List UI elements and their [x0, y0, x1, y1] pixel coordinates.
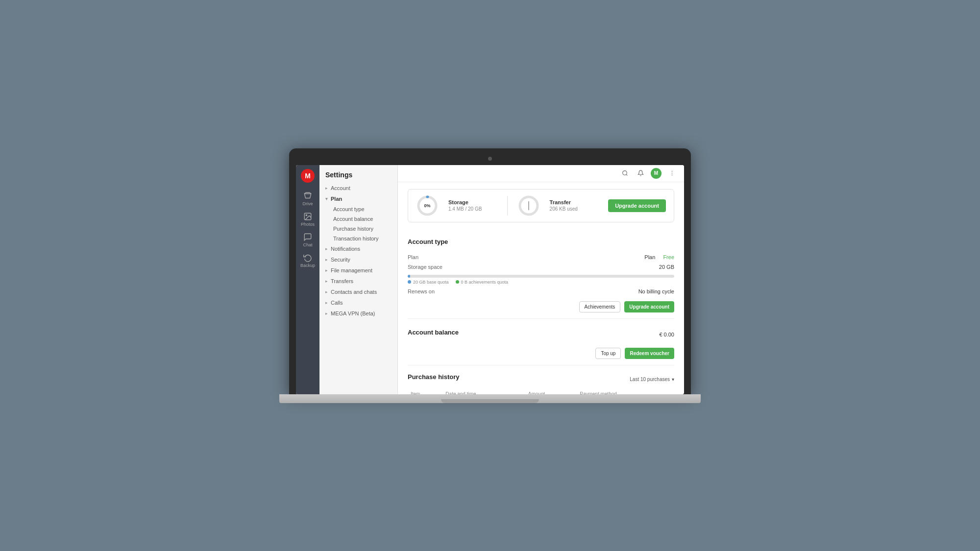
legend-achievements-label: 0 B achievements quota [461, 280, 509, 285]
storage-transfer-divider [507, 196, 508, 216]
search-icon-btn[interactable] [619, 168, 630, 179]
plan-label: Plan [408, 254, 418, 260]
nav-sub-account-balance[interactable]: Account balance [319, 214, 397, 224]
storage-donut: 0% [416, 194, 439, 217]
plan-badge: Free [663, 254, 674, 260]
nav-sub-account-type[interactable]: Account type [319, 204, 397, 214]
chevron-right-icon6: ▸ [325, 289, 328, 294]
more-options-icon[interactable] [666, 168, 677, 179]
transfer-title: Transfer [550, 199, 599, 205]
laptop-base [279, 394, 701, 403]
laptop-frame: M Drive Photos [279, 148, 701, 403]
storage-title: Storage [448, 199, 497, 205]
balance-value: € 0.00 [659, 332, 674, 337]
backup-icon [303, 253, 312, 262]
storage-percent-label: 0% [424, 203, 430, 208]
purchase-filter-dropdown[interactable]: Last 10 purchases ▾ [630, 377, 674, 382]
storage-space-value: 20 GB [659, 264, 674, 270]
nav-item-account[interactable]: ▸ Account [319, 183, 397, 193]
nav-sub-purchase-history[interactable]: Purchase history [319, 224, 397, 234]
drive-icon [303, 192, 312, 200]
nav-sidebar: Settings ▸ Account ▾ Plan Account type A… [319, 165, 398, 394]
purchase-history-header: Purchase history Last 10 purchases ▾ [408, 373, 674, 385]
sidebar-item-drive[interactable]: Drive [296, 189, 319, 209]
nav-item-transfers[interactable]: ▸ Transfers [319, 276, 397, 287]
legend-dot-base [408, 280, 411, 284]
drive-label: Drive [302, 201, 313, 206]
topup-button[interactable]: Top up [595, 348, 621, 359]
purchase-table: Item Date and time Amount Payment method [408, 389, 674, 394]
renews-row: Renews on No billing cycle [408, 287, 674, 296]
chevron-down-icon: ▾ [325, 196, 328, 201]
purchase-table-header-row: Item Date and time Amount Payment method [408, 389, 674, 394]
sidebar-item-photos[interactable]: Photos [296, 209, 319, 230]
account-type-header-row: Account type [408, 236, 674, 252]
notification-icon-btn[interactable] [635, 168, 646, 179]
photos-icon [303, 212, 312, 221]
legend-dot-achievements [456, 280, 459, 284]
redeem-voucher-button[interactable]: Redeem voucher [625, 348, 674, 359]
svg-point-2 [622, 171, 627, 175]
storage-space-label: Storage space [408, 264, 442, 270]
transfer-donut-svg [517, 194, 540, 217]
transfer-unit-label: used [567, 206, 578, 212]
storage-card: 0% Storage 1.4 MB / 20 GB [408, 189, 674, 222]
account-type-heading: Account type [408, 238, 448, 245]
logo[interactable]: M [301, 169, 315, 183]
storage-progress-bg [408, 275, 674, 278]
legend-achievements-quota: 0 B achievements quota [456, 280, 509, 285]
nav-item-mega-vpn[interactable]: ▸ MEGA VPN (Beta) [319, 308, 397, 319]
purchase-history-heading: Purchase history [408, 373, 460, 381]
nav-mega-vpn-label: MEGA VPN (Beta) [331, 311, 375, 316]
svg-point-4 [671, 171, 672, 172]
balance-header-row: Account balance € 0.00 [408, 327, 674, 343]
nav-contacts-chats-label: Contacts and chats [331, 289, 377, 295]
purchase-filter-label: Last 10 purchases [630, 377, 670, 382]
storage-progress-fill [408, 275, 410, 278]
legend-base-quota: 20 GB base quota [408, 280, 449, 285]
transfer-detail: 206 KB used [550, 206, 599, 212]
storage-used: 1.4 MB [448, 206, 464, 212]
camera [488, 157, 492, 161]
col-amount: Amount [525, 389, 577, 394]
chevron-right-icon7: ▸ [325, 300, 328, 305]
user-avatar[interactable]: M [651, 168, 662, 179]
purchase-history-section: Purchase history Last 10 purchases ▾ Ite… [408, 367, 674, 394]
sidebar-item-chat[interactable]: Chat [296, 230, 319, 250]
plan-value: Plan [644, 254, 655, 260]
col-payment: Payment method [577, 389, 674, 394]
upgrade-account-button-2[interactable]: Upgrade account [624, 301, 674, 312]
transfer-info: Transfer 206 KB used [550, 199, 599, 212]
chevron-right-icon5: ▸ [325, 279, 328, 284]
account-balance-heading: Account balance [408, 329, 459, 336]
account-balance-section: Account balance € 0.00 Top up Redeem vou… [408, 321, 674, 365]
chevron-right-icon2: ▸ [325, 246, 328, 251]
nav-item-security[interactable]: ▸ Security [319, 254, 397, 265]
svg-point-5 [671, 173, 672, 174]
nav-calls-label: Calls [331, 300, 343, 306]
laptop-screen: M Drive Photos [296, 165, 684, 394]
backup-label: Backup [300, 263, 315, 268]
upgrade-account-button[interactable]: Upgrade account [608, 199, 666, 212]
account-type-btn-row: Achievements Upgrade account [408, 301, 674, 312]
legend-base-label: 20 GB base quota [413, 280, 449, 285]
transfer-used: 206 KB [550, 206, 566, 212]
nav-item-file-management[interactable]: ▸ File management [319, 265, 397, 276]
svg-point-1 [306, 215, 307, 216]
nav-file-management-label: File management [331, 267, 372, 273]
nav-item-contacts-chats[interactable]: ▸ Contacts and chats [319, 287, 397, 297]
achievements-button[interactable]: Achievements [579, 301, 621, 312]
nav-sub-transaction-history[interactable]: Transaction history [319, 234, 397, 243]
nav-item-calls[interactable]: ▸ Calls [319, 297, 397, 308]
nav-notifications-label: Notifications [331, 246, 360, 252]
storage-detail: 1.4 MB / 20 GB [448, 206, 497, 212]
main-content: M [398, 165, 684, 394]
sidebar-item-backup[interactable]: Backup [296, 250, 319, 271]
col-item: Item [408, 389, 442, 394]
camera-bar [296, 155, 684, 162]
transfer-donut [517, 194, 540, 217]
nav-item-plan[interactable]: ▾ Plan [319, 193, 397, 204]
nav-item-notifications[interactable]: ▸ Notifications [319, 243, 397, 254]
svg-line-3 [626, 174, 627, 175]
col-date: Date and time [442, 389, 525, 394]
